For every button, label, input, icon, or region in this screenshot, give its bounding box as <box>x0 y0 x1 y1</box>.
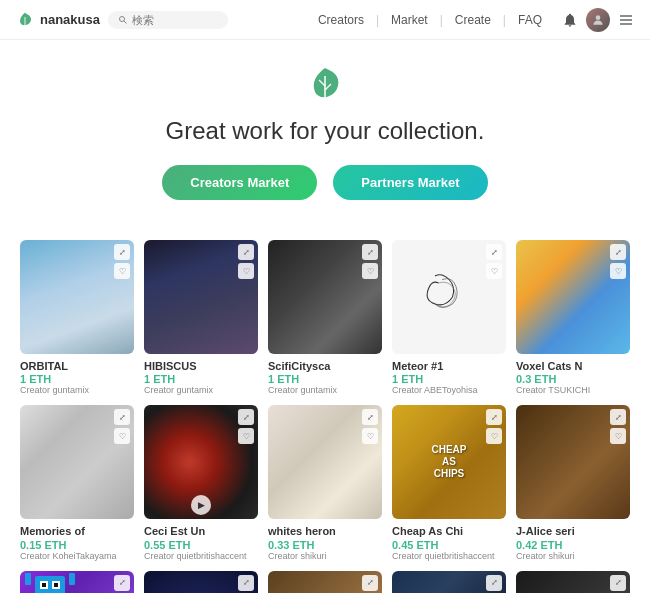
card-icons: ⤢ ♡ <box>114 244 130 279</box>
card-icons: ⤢ ♡ <box>486 244 502 279</box>
nav-creators[interactable]: Creators <box>318 13 364 27</box>
play-button[interactable]: ▶ <box>191 495 211 515</box>
pixel-char-art <box>20 571 80 593</box>
share-icon[interactable]: ⤢ <box>610 409 626 425</box>
card-title: Cheap As Chi <box>392 524 506 538</box>
favorite-icon[interactable]: ♡ <box>610 263 626 279</box>
hero-section: Great work for your collection. Creators… <box>0 40 650 240</box>
share-icon[interactable]: ⤢ <box>238 244 254 260</box>
card-item[interactable]: ⤢ ♡ HIBISCUS 1 ETH Creator guntamix <box>144 240 258 395</box>
card-title: Ceci Est Un <box>144 524 258 538</box>
logo-leaf-icon <box>16 11 34 29</box>
card-creator: Creator quietbritishaccent <box>144 551 258 561</box>
svg-point-3 <box>596 15 601 20</box>
card-item[interactable]: ⤢ ♡ Voxel Cats N 0.3 ETH Creator TSUKICH… <box>516 240 630 395</box>
card-icons: ⤢ ♡ <box>610 575 626 593</box>
card-price: 1 ETH <box>20 373 134 385</box>
svg-rect-10 <box>35 576 65 593</box>
nav-divider-2: | <box>440 13 443 27</box>
favorite-icon[interactable]: ♡ <box>610 428 626 444</box>
card-item[interactable]: ⤢ ♡ 夕陽 0.35 ETH Creator oni <box>144 571 258 593</box>
share-icon[interactable]: ⤢ <box>238 409 254 425</box>
bell-icon[interactable] <box>562 12 578 28</box>
card-icons: ⤢ ♡ <box>238 575 254 593</box>
nav-create[interactable]: Create <box>455 13 491 27</box>
share-icon[interactable]: ⤢ <box>486 575 502 591</box>
card-creator: Creator guntamix <box>144 385 258 395</box>
card-item[interactable]: ⤢ ♡ ▶ Ceci Est Un 0.55 ETH Creator quiet… <box>144 405 258 560</box>
card-artwork: ⤢ ♡ <box>144 240 258 354</box>
card-title: whites heron <box>268 524 382 538</box>
card-artwork: ⤢ ♡ ▶ <box>268 571 382 593</box>
card-icons: ⤢ ♡ <box>610 409 626 444</box>
card-title: ORBITAL <box>20 359 134 373</box>
nav-divider-3: | <box>503 13 506 27</box>
card-icons: ⤢ ♡ <box>114 409 130 444</box>
nav-faq[interactable]: FAQ <box>518 13 542 27</box>
card-title: ScifiCitysca <box>268 359 382 373</box>
card-creator: Creator shikuri <box>268 551 382 561</box>
card-price: 0.42 ETH <box>516 539 630 551</box>
card-item[interactable]: ⤢ ♡ Coexistence 1 ETH Creator oni <box>392 571 506 593</box>
search-bar[interactable] <box>108 11 228 29</box>
card-item[interactable]: ⤢ ♡ ORBITAL 1 ETH Creator guntamix <box>20 240 134 395</box>
card-item[interactable]: ⤢ ♡ J-Alice seri 0.42 ETH Creator shikur… <box>516 405 630 560</box>
svg-line-2 <box>124 21 127 24</box>
share-icon[interactable]: ⤢ <box>362 409 378 425</box>
share-icon[interactable]: ⤢ <box>114 409 130 425</box>
share-icon[interactable]: ⤢ <box>362 575 378 591</box>
svg-rect-4 <box>620 15 632 16</box>
hero-title: Great work for your collection. <box>16 117 634 145</box>
card-grid: ⤢ ♡ ORBITAL 1 ETH Creator guntamix ⤢ ♡ H… <box>0 240 650 593</box>
card-price: 0.3 ETH <box>516 373 630 385</box>
svg-point-1 <box>119 16 124 21</box>
logo[interactable]: nanakusa <box>16 11 100 29</box>
card-artwork: ⤢ ♡ <box>392 571 506 593</box>
card-icons: ⤢ ♡ <box>114 575 130 593</box>
share-icon[interactable]: ⤢ <box>486 409 502 425</box>
creators-market-button[interactable]: Creators Market <box>162 165 317 200</box>
favorite-icon[interactable]: ♡ <box>486 263 502 279</box>
svg-rect-18 <box>25 573 31 585</box>
nav-divider-1: | <box>376 13 379 27</box>
share-icon[interactable]: ⤢ <box>114 575 130 591</box>
card-price: 0.15 ETH <box>20 539 134 551</box>
card-item[interactable]: CHEAPASCHIPS ⤢ ♡ Cheap As Chi 0.45 ETH C… <box>392 405 506 560</box>
favorite-icon[interactable]: ♡ <box>114 428 130 444</box>
main-nav: Creators | Market | Create | FAQ <box>318 8 634 32</box>
favorite-icon[interactable]: ♡ <box>238 263 254 279</box>
card-item[interactable]: ⤢ ♡ Purple Basta 0.35 ETH Creator MadMon… <box>20 571 134 593</box>
avatar[interactable] <box>586 8 610 32</box>
card-artwork: ⤢ ♡ <box>516 405 630 519</box>
share-icon[interactable]: ⤢ <box>610 244 626 260</box>
card-price: 1 ETH <box>268 373 382 385</box>
card-item[interactable]: ⤢ ♡ ScifiCitysca 1 ETH Creator guntamix <box>268 240 382 395</box>
share-icon[interactable]: ⤢ <box>610 575 626 591</box>
nav-market[interactable]: Market <box>391 13 428 27</box>
share-icon[interactable]: ⤢ <box>486 244 502 260</box>
card-artwork: ⤢ ♡ <box>20 571 134 593</box>
share-icon[interactable]: ⤢ <box>114 244 130 260</box>
favorite-icon[interactable]: ♡ <box>486 428 502 444</box>
card-item[interactable]: ⤢ ♡ Meteor #1 1 ETH Creator ABEToyohisa <box>392 240 506 395</box>
share-icon[interactable]: ⤢ <box>362 244 378 260</box>
card-icons: ⤢ ♡ <box>486 409 502 444</box>
partners-market-button[interactable]: Partners Market <box>333 165 487 200</box>
share-icon[interactable]: ⤢ <box>238 575 254 591</box>
card-item[interactable]: ⤢ ♡ 彷徨い 0.54 ETH Creator oni <box>516 571 630 593</box>
card-item[interactable]: ⤢ ♡ ▶ J-Alice seri 0.42 ETH Creator shik… <box>268 571 382 593</box>
favorite-icon[interactable]: ♡ <box>362 428 378 444</box>
search-input[interactable] <box>132 14 212 26</box>
header: nanakusa Creators | Market | Create | FA… <box>0 0 650 40</box>
hero-buttons: Creators Market Partners Market <box>16 165 634 200</box>
favorite-icon[interactable]: ♡ <box>238 428 254 444</box>
user-icon <box>591 13 605 27</box>
card-creator: Creator quietbritishaccent <box>392 551 506 561</box>
menu-icon[interactable] <box>618 12 634 28</box>
logo-name: nanakusa <box>40 12 100 27</box>
card-price: 1 ETH <box>392 373 506 385</box>
favorite-icon[interactable]: ♡ <box>114 263 130 279</box>
card-item[interactable]: ⤢ ♡ Memories of 0.15 ETH Creator KoheiTa… <box>20 405 134 560</box>
card-item[interactable]: ⤢ ♡ whites heron 0.33 ETH Creator shikur… <box>268 405 382 560</box>
favorite-icon[interactable]: ♡ <box>362 263 378 279</box>
